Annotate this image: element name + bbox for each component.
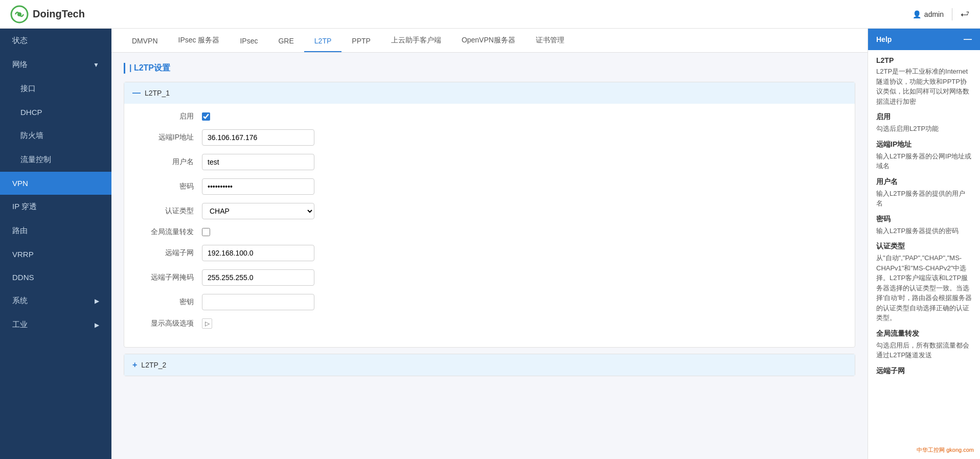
header-divider (952, 8, 952, 20)
global-forward-checkbox[interactable] (202, 228, 210, 236)
sidebar-item-dhcp-label: DHCP (20, 108, 42, 117)
help-remote-ip-text: 输入L2TP服务器的公网IP地址或域名 (876, 151, 972, 171)
show-advanced-label: 显示高级选项 (141, 319, 202, 328)
sidebar-item-network[interactable]: 网络 ▼ (0, 53, 111, 77)
help-panel: Help — L2TP L2TP是一种工业标准的Internet隧道协议，功能大… (868, 29, 980, 459)
sidebar-item-ip-tunnel-label: IP 穿透 (12, 202, 37, 212)
help-subnet-title: 远端子网 (876, 366, 972, 376)
sidebar-item-system-label: 系统 (12, 296, 28, 306)
auth-type-select[interactable]: 自动 PAP CHAP MS-CHAPv1 MS-CHAPv2 (202, 203, 314, 219)
header-right: 👤 admin ⮐ (913, 8, 970, 20)
enable-label: 启用 (141, 112, 202, 121)
chevron-down-icon: ▼ (93, 61, 99, 68)
password-input[interactable] (202, 178, 314, 195)
username: admin (924, 10, 944, 18)
sidebar-item-traffic-label: 流量控制 (20, 155, 51, 165)
help-title: Help (876, 35, 892, 43)
remote-ip-row: 远端IP地址 (141, 129, 838, 146)
help-forward-title: 全局流量转发 (876, 329, 972, 338)
help-enable-title: 启用 (876, 112, 972, 122)
sidebar-item-ip-tunnel[interactable]: IP 穿透 (0, 195, 111, 219)
sidebar-item-firewall-label: 防火墙 (20, 131, 43, 141)
logout-button[interactable]: ⮐ (961, 9, 970, 19)
content-area: DMVPN IPsec 服务器 IPsec GRE L2TP PPTP 上云助手… (111, 29, 868, 459)
remote-subnet-input[interactable] (202, 245, 314, 261)
remote-subnet-label: 远端子网 (141, 248, 202, 258)
sidebar-item-network-label: 网络 (12, 60, 28, 70)
remote-mask-label: 远端子网掩码 (141, 273, 202, 282)
help-password-text: 输入L2TP服务器提供的密码 (876, 226, 972, 236)
sidebar-item-firewall[interactable]: 防火墙 (0, 124, 111, 148)
sidebar-item-vrrp[interactable]: VRRP (0, 243, 111, 266)
enable-row: 启用 (141, 112, 838, 121)
sidebar-item-ddns-label: DDNS (12, 273, 34, 282)
tab-dmvpn[interactable]: DMVPN (122, 30, 168, 52)
plus-icon: + (132, 360, 137, 370)
l2tp-1-header[interactable]: — L2TP_1 (124, 82, 855, 104)
l2tp-1-body: 启用 远端IP地址 用户名 密码 (124, 104, 855, 347)
sidebar-item-system[interactable]: 系统 ▶ (0, 289, 111, 313)
help-auth-text: 从"自动","PAP","CHAP","MS-CHAPv1"和"MS-CHAPv… (876, 253, 972, 323)
sidebar-item-dhcp[interactable]: DHCP (0, 101, 111, 124)
tab-ipsec-server[interactable]: IPsec 服务器 (168, 29, 230, 52)
remote-ip-input[interactable] (202, 129, 314, 146)
key-input[interactable] (202, 294, 314, 310)
tab-ipsec[interactable]: IPsec (230, 30, 268, 52)
svg-point-1 (17, 12, 21, 16)
tab-l2tp[interactable]: L2TP (304, 30, 341, 52)
key-row: 密钥 (141, 294, 838, 310)
page-content: | L2TP设置 — L2TP_1 启用 远端IP地址 (111, 53, 868, 459)
tab-gre[interactable]: GRE (268, 30, 304, 52)
sidebar-item-status-label: 状态 (12, 36, 28, 45)
l2tp-1-title: L2TP_1 (145, 89, 170, 97)
sidebar-item-ddns[interactable]: DDNS (0, 266, 111, 289)
l2tp-2-accordion: + L2TP_2 (124, 354, 855, 376)
header: DoingTech 👤 admin ⮐ (0, 0, 980, 29)
help-close-button[interactable]: — (964, 35, 972, 44)
l2tp-2-header[interactable]: + L2TP_2 (124, 354, 855, 376)
tab-openvpn[interactable]: OpenVPN服务器 (451, 29, 526, 52)
help-username-text: 输入L2TP服务器的提供的用户名 (876, 189, 972, 209)
help-forward-text: 勾选启用后，所有数据流量都会通过L2TP隧道发送 (876, 340, 972, 360)
section-title: | L2TP设置 (124, 63, 855, 74)
chevron-right-icon-2: ▶ (95, 322, 99, 329)
help-auth-title: 认证类型 (876, 242, 972, 251)
username-input[interactable] (202, 154, 314, 170)
sidebar-item-interface-label: 接口 (20, 84, 36, 94)
help-l2tp-title: L2TP (876, 56, 972, 64)
remote-mask-input[interactable] (202, 269, 314, 286)
enable-checkbox[interactable] (202, 112, 210, 121)
watermark: 中华工控网 gkong.com (915, 445, 976, 455)
help-l2tp-text: L2TP是一种工业标准的Internet隧道协议，功能大致和PPTP协议类似，比… (876, 66, 972, 106)
sidebar-item-interface[interactable]: 接口 (0, 77, 111, 101)
tab-cloud-client[interactable]: 上云助手客户端 (381, 29, 451, 52)
auth-type-row: 认证类型 自动 PAP CHAP MS-CHAPv1 MS-CHAPv2 (141, 203, 838, 219)
sidebar-item-vpn[interactable]: VPN (0, 172, 111, 195)
auth-type-label: 认证类型 (141, 206, 202, 216)
global-forward-label: 全局流量转发 (141, 227, 202, 237)
sidebar: 状态 网络 ▼ 接口 DHCP 防火墙 流量控制 VPN IP 穿透 路由 VR… (0, 29, 111, 459)
show-advanced-button[interactable]: ▷ (202, 318, 212, 329)
username-row: 用户名 (141, 154, 838, 170)
help-enable-text: 勾选后启用L2TP功能 (876, 124, 972, 134)
l2tp-2-title: L2TP_2 (141, 361, 166, 369)
password-label: 密码 (141, 182, 202, 191)
remote-subnet-row: 远端子网 (141, 245, 838, 261)
remote-ip-label: 远端IP地址 (141, 133, 202, 142)
tab-cert[interactable]: 证书管理 (526, 29, 575, 52)
sidebar-item-status[interactable]: 状态 (0, 29, 111, 53)
sidebar-item-vrrp-label: VRRP (12, 250, 34, 259)
sidebar-item-route-label: 路由 (12, 226, 28, 236)
help-username-title: 用户名 (876, 177, 972, 187)
user-icon: 👤 (913, 10, 921, 18)
username-label: 用户名 (141, 157, 202, 167)
minus-icon: — (132, 88, 141, 98)
key-label: 密钥 (141, 297, 202, 307)
l2tp-1-accordion: — L2TP_1 启用 远端IP地址 (124, 82, 855, 348)
sidebar-item-route[interactable]: 路由 (0, 219, 111, 243)
tab-pptp[interactable]: PPTP (341, 30, 381, 52)
sidebar-item-industrial[interactable]: 工业 ▶ (0, 313, 111, 337)
sidebar-item-traffic[interactable]: 流量控制 (0, 148, 111, 172)
main-layout: 状态 网络 ▼ 接口 DHCP 防火墙 流量控制 VPN IP 穿透 路由 VR… (0, 29, 980, 459)
help-content: L2TP L2TP是一种工业标准的Internet隧道协议，功能大致和PPTP协… (868, 50, 980, 384)
